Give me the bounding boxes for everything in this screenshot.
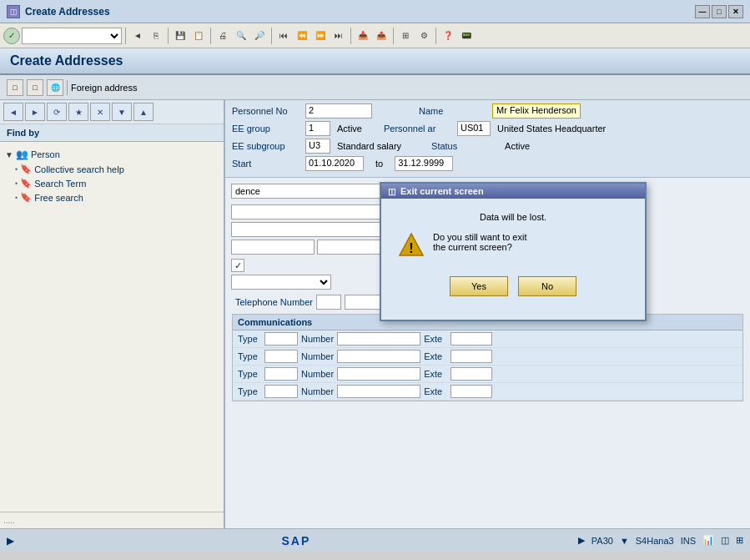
comm-type-1[interactable] xyxy=(264,332,298,346)
status-chart-icon[interactable]: 📊 xyxy=(702,535,714,546)
comm-exte-label-1: Exte xyxy=(424,334,447,344)
nav-expand[interactable]: ▲ xyxy=(133,103,154,121)
foreign-address-label: Foreign address xyxy=(71,83,138,93)
comm-row-1: Type Number Exte xyxy=(233,330,742,348)
right-panel: Personnel No 2 Name Mr Felix Henderson E… xyxy=(225,100,750,528)
close-button[interactable]: ✕ xyxy=(728,5,743,18)
comm-type-3[interactable] xyxy=(264,367,298,381)
addr-input-3a[interactable] xyxy=(231,240,315,255)
status-window-icon[interactable]: ◫ xyxy=(721,535,729,546)
toolbar-separator-5 xyxy=(350,28,351,44)
shortcut-btn[interactable]: 📋 xyxy=(190,28,207,44)
dialog-body: Data will be lost. ! Do you still want t… xyxy=(381,199,645,320)
dialog-yes-button[interactable]: Yes xyxy=(450,276,508,296)
tel-label: Telephone Number xyxy=(235,297,313,307)
tree-area: ▼ 👥 Person • 🔖 Collective search help • … xyxy=(0,142,224,512)
dialog-no-button[interactable]: No xyxy=(518,276,576,296)
tree-bullet-1: • xyxy=(15,165,18,174)
nav-dropdown[interactable]: ▼ xyxy=(112,103,132,121)
nav-refresh[interactable]: ⟳ xyxy=(47,103,67,121)
left-panel: ◄ ► ⟳ ★ ✕ ▼ ▲ Find by ▼ 👥 Person • 🔖 Col… xyxy=(0,100,225,528)
status-grid-icon[interactable]: ⊞ xyxy=(736,535,743,546)
comm-type-2[interactable] xyxy=(264,350,298,363)
maximize-button[interactable]: □ xyxy=(712,5,727,18)
status-right: ▶ PA30 ▼ S4Hana3 INS 📊 ◫ ⊞ xyxy=(578,535,743,546)
comm-number-label-2: Number xyxy=(301,351,334,361)
transaction-select[interactable] xyxy=(22,28,122,44)
comm-exte-3[interactable] xyxy=(451,367,492,381)
last-btn[interactable]: ⏭ xyxy=(330,28,347,44)
address-type-select[interactable]: dence xyxy=(231,184,398,199)
find-btn[interactable]: 🔍 xyxy=(233,28,249,44)
comm-exte-1[interactable] xyxy=(451,332,492,346)
sub-btn-2[interactable]: □ xyxy=(27,79,43,96)
personnel-no-value: 2 xyxy=(305,103,372,119)
nav-favorite[interactable]: ★ xyxy=(68,103,88,121)
tree-person[interactable]: ▼ 👥 Person xyxy=(5,147,219,162)
exit-dialog: ◫ Exit current screen Data will be lost.… xyxy=(380,182,647,321)
tree-search-term[interactable]: • 🔖 Search Term xyxy=(5,176,219,190)
save-btn[interactable]: 💾 xyxy=(172,28,189,44)
status-bar: ▶ SAP ▶ PA30 ▼ S4Hana3 INS 📊 ◫ ⊞ xyxy=(0,528,750,552)
back-btn[interactable]: ◄ xyxy=(129,28,146,44)
comm-exte-4[interactable] xyxy=(451,385,492,398)
status-play-right: ▶ xyxy=(578,535,585,546)
comm-type-4[interactable] xyxy=(264,385,298,398)
comm-number-label-3: Number xyxy=(301,369,334,379)
sub-tb-sep xyxy=(67,80,68,95)
dialog-title-text: Exit current screen xyxy=(400,186,484,196)
personnel-ar-text: United States Headquarter xyxy=(497,124,606,134)
comm-number-1[interactable] xyxy=(337,332,420,346)
fields-row-1: Personnel No 2 Name Mr Felix Henderson xyxy=(232,103,743,119)
fields-row-4: Start 01.10.2020 to 31.12.9999 xyxy=(232,156,743,171)
settings-btn[interactable]: ⚙ xyxy=(415,28,432,44)
nav-fwd[interactable]: ► xyxy=(25,103,45,121)
find-next-btn[interactable]: 🔎 xyxy=(251,28,268,44)
nav-close[interactable]: ✕ xyxy=(90,103,110,121)
dialog-title-bar: ◫ Exit current screen xyxy=(381,184,645,199)
toolbar-separator-3 xyxy=(210,28,211,44)
comm-number-2[interactable] xyxy=(337,350,420,363)
help-btn[interactable]: ❓ xyxy=(440,28,456,44)
fwd-btn[interactable]: ⎘ xyxy=(148,28,164,44)
comm-number-3[interactable] xyxy=(337,367,420,381)
tree-collective-search[interactable]: • 🔖 Collective search help xyxy=(5,162,219,176)
end-value: 31.12.9999 xyxy=(395,156,453,171)
tel-ext1[interactable] xyxy=(316,295,341,310)
prev-btn[interactable]: ⏪ xyxy=(294,28,310,44)
next-btn[interactable]: ⏩ xyxy=(312,28,329,44)
comm-number-4[interactable] xyxy=(337,385,420,398)
small-dropdown[interactable] xyxy=(231,275,331,290)
status-play-icon: ▶ xyxy=(7,535,14,547)
personnel-ar-label: Personnel ar xyxy=(384,124,451,134)
sap-logo: SAP xyxy=(282,534,311,547)
address-area: dence ▼ ✓ xyxy=(225,178,750,528)
dialog-title-icon: ◫ xyxy=(388,187,395,196)
comm-exte-label-2: Exte xyxy=(424,351,447,361)
comm-type-label-3: Type xyxy=(238,369,261,379)
title-bar: ◫ Create Addresses — □ ✕ xyxy=(0,0,750,23)
print-btn[interactable]: 🖨 xyxy=(214,28,231,44)
comm-row-2: Type Number Exte xyxy=(233,348,742,366)
status-system: PA30 xyxy=(591,536,613,546)
confirm-button[interactable]: ✓ xyxy=(3,28,20,44)
left-panel-status: ..... xyxy=(0,512,224,528)
more-btn[interactable]: 📟 xyxy=(458,28,475,44)
tree-free-search[interactable]: • 🔖 Free search xyxy=(5,190,219,204)
layout-btn[interactable]: ⊞ xyxy=(397,28,414,44)
comm-type-label-2: Type xyxy=(238,351,261,361)
person-folder-icon: 👥 xyxy=(16,149,28,160)
free-search-label: Free search xyxy=(34,193,83,203)
upload-btn[interactable]: 📤 xyxy=(373,28,390,44)
checkbox-field[interactable]: ✓ xyxy=(231,259,244,272)
status-sep: ▼ xyxy=(620,536,629,546)
first-btn[interactable]: ⏮ xyxy=(275,28,292,44)
page-header: Create Addresses xyxy=(0,48,750,75)
local-btn[interactable]: 📥 xyxy=(355,28,371,44)
minimize-button[interactable]: — xyxy=(695,5,710,18)
nav-back[interactable]: ◄ xyxy=(3,103,23,121)
sub-btn-3[interactable]: 🌐 xyxy=(47,79,63,96)
sub-btn-1[interactable]: □ xyxy=(7,79,23,96)
comm-exte-label-4: Exte xyxy=(424,386,447,396)
comm-exte-2[interactable] xyxy=(451,350,492,363)
